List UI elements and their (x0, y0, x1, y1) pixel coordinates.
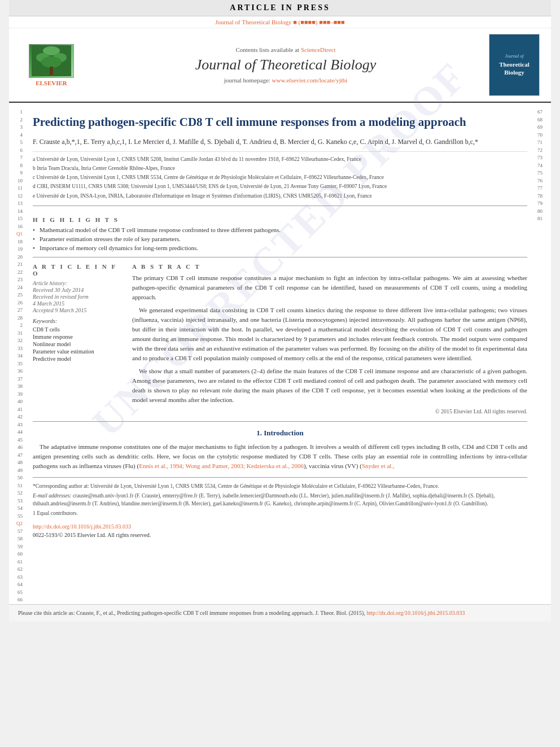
corresponding-note: *Corresponding author at: Université de … (33, 482, 527, 490)
received-1: Received 30 July 2014 (33, 287, 123, 293)
affiliation-a: a Université de Lyon, Université Lyon 1,… (33, 155, 527, 163)
main-content: UNCORRECTED PROOF Predicting pathogen-sp… (25, 103, 535, 604)
ref-link-1[interactable]: Ennis et al., 1994; Wong and Pamer, 2003… (139, 462, 304, 469)
journal-main-title: Journal of Theoretical Biology (82, 56, 489, 73)
copyright-text: © 2015 Elsevier Ltd. All rights reserved… (132, 408, 527, 414)
affiliations: a Université de Lyon, Université Lyon 1,… (33, 151, 527, 200)
authors-line: F. Crauste a,b,*,1, E. Terry a,b,c,1, I.… (33, 137, 527, 147)
svg-point-4 (41, 56, 62, 68)
abstract-para-3: We show that a small number of parameter… (132, 366, 527, 405)
elsevier-logo-image (29, 44, 74, 78)
affiliation-c: c Université de Lyon, Université Lyon 1,… (33, 173, 527, 181)
banner-text: ARTICLE IN PRESS (230, 3, 330, 12)
article-history: Article history: Received 30 July 2014 R… (33, 280, 123, 313)
highlights-label: H I G H L I G H T S (33, 216, 527, 223)
received-revised: Received in revised form (33, 294, 123, 300)
keyword-1: CD8 T cells (33, 326, 123, 333)
keyword-2: Immune response (33, 334, 123, 340)
highlights-section: H I G H L I G H T S Mathematical model o… (33, 206, 527, 251)
abstract-column: A B S T R A C T The primary CD8 T cell i… (132, 257, 527, 415)
footnotes-section: *Corresponding author at: Université de … (33, 477, 527, 539)
sciencedirect-link[interactable]: ScienceDirect (301, 46, 336, 53)
email-addresses: crauste@math.univ-lyon1.fr (F. Crauste),… (33, 493, 495, 506)
ref-link-2[interactable]: Snyder et al., (362, 462, 395, 469)
journal-ref-line: Journal of Theoretical Biology ■ (■■■■) … (9, 16, 551, 28)
content-area: 1 2 3 4 5 6 7 8 9 10 11 12 13 14 15 16 Q… (9, 103, 551, 604)
svg-rect-5 (50, 67, 53, 75)
journal-homepage: journal homepage: www.elsevier.com/locat… (82, 77, 489, 84)
cite-bar: Please cite this article as: Crauste, F.… (9, 604, 551, 622)
abstract-para-1: The primary CD8 T cell immune response c… (132, 273, 527, 302)
keyword-4: Parameter value estimation (33, 348, 123, 355)
affiliation-b: b Inria Team Dracula, Inria Center Greno… (33, 164, 527, 172)
homepage-link[interactable]: www.elsevier.com/locate/yjtbi (272, 77, 348, 84)
journal-thumbnail: Journal of Theoretical Biology (489, 34, 540, 96)
cite-bar-doi[interactable]: http://dx.doi.org/10.1016/j.jtbi.2015.03… (366, 610, 465, 616)
journal-ref-text: Journal of Theoretical Biology ■ (■■■■) … (215, 19, 344, 25)
abstract-para-2: We generated experimental data consistin… (132, 305, 527, 363)
cite-bar-text: Please cite this article as: Crauste, F.… (18, 610, 365, 616)
intro-para-1: The adaptative immune response constitut… (33, 442, 527, 471)
line-numbers-right: 67 68 69 70 71 72 73 74 75 76 77 78 79 8… (535, 103, 551, 604)
affiliation-e: e Université de Lyon, INSA-Lyon, INRIA, … (33, 192, 527, 200)
thumb-top-text: Journal of (505, 54, 523, 59)
affiliation-d: d CIRI, INSERM U1111, CNRS UMR 5308; Uni… (33, 182, 527, 190)
highlight-1: Mathematical model of the CD8 T cell imm… (33, 226, 527, 233)
article-info-column: A R T I C L E I N F O Article history: R… (33, 257, 123, 415)
keywords-label: Keywords: (33, 318, 123, 324)
accepted: Accepted 9 March 2015 (33, 307, 123, 313)
abstract-label: A B S T R A C T (132, 263, 527, 270)
intro-text: The adaptative immune response constitut… (33, 442, 527, 471)
journal-header: ELSEVIER Contents lists available at Sci… (9, 28, 551, 103)
elsevier-logo: ELSEVIER (20, 44, 82, 86)
article-in-press-banner: ARTICLE IN PRESS (9, 0, 551, 16)
keyword-5: Predictive model (33, 356, 123, 362)
article-info-abstract: A R T I C L E I N F O Article history: R… (33, 257, 527, 415)
article-title: Predicting pathogen-specific CD8 T cell … (33, 114, 527, 130)
section-divider (33, 421, 527, 422)
issn-text: 0022-5193/© 2015 Elsevier Ltd. All right… (33, 532, 151, 538)
highlight-2: Parameter estimation stresses the role o… (33, 235, 527, 242)
equal-note: 1 Equal contributors. (33, 509, 527, 517)
doi-section: http://dx.doi.org/10.1016/j.jtbi.2015.03… (33, 522, 527, 539)
email-label: E-mail addresses: (33, 493, 72, 499)
intro-section-title: 1. Introduction (33, 429, 527, 438)
received-revised-date: 4 March 2015 (33, 300, 123, 307)
highlight-3: Importance of memory cell dynamics for l… (33, 244, 527, 251)
elsevier-brand-text: ELSEVIER (36, 80, 67, 86)
history-label: Article history: (33, 280, 123, 286)
line-numbers-left: 1 2 3 4 5 6 7 8 9 10 11 12 13 14 15 16 Q… (9, 103, 25, 604)
thumb-title-text: Theoretical Biology (492, 61, 536, 76)
keyword-3: Nonlinear model (33, 341, 123, 347)
page-wrapper: ARTICLE IN PRESS Journal of Theoretical … (9, 0, 551, 622)
abstract-text: The primary CD8 T cell immune response c… (132, 273, 527, 405)
article-info-label: A R T I C L E I N F O (33, 263, 123, 277)
elsevier-tree-svg (32, 45, 71, 76)
contents-link: Contents lists available at ScienceDirec… (82, 46, 489, 53)
email-note: E-mail addresses: crauste@math.univ-lyon… (33, 492, 527, 508)
doi-link[interactable]: http://dx.doi.org/10.1016/j.jtbi.2015.03… (33, 523, 131, 530)
journal-title-center: Contents lists available at ScienceDirec… (82, 46, 489, 84)
authors-text: F. Crauste a,b,*,1, E. Terry a,b,c,1, I.… (33, 138, 478, 146)
